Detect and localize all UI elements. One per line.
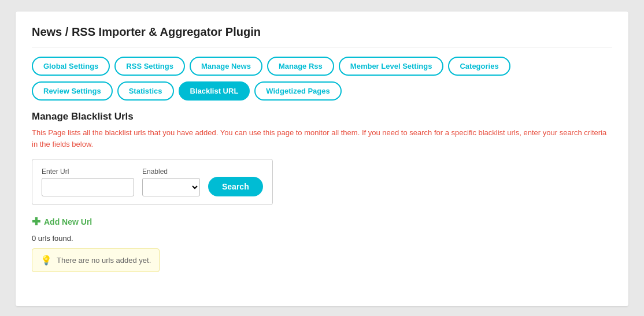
bulb-icon: 💡 bbox=[40, 255, 52, 266]
tab-member-level-settings[interactable]: Member Level Settings bbox=[339, 57, 444, 76]
divider bbox=[32, 47, 612, 47]
search-button[interactable]: Search bbox=[208, 177, 263, 196]
tabs-row-1: Global SettingsRSS SettingsManage NewsMa… bbox=[32, 57, 612, 76]
tab-manage-news[interactable]: Manage News bbox=[190, 57, 262, 76]
page-title: News / RSS Importer & Aggregator Plugin bbox=[32, 25, 612, 39]
tabs-row-2: Review SettingsStatisticsBlacklist URLWi… bbox=[32, 81, 612, 101]
tab-global-settings[interactable]: Global Settings bbox=[32, 57, 110, 76]
tab-rss-settings[interactable]: RSS Settings bbox=[114, 57, 185, 76]
tab-categories[interactable]: Categories bbox=[448, 57, 510, 76]
search-box: Enter Url Enabled Yes No Search bbox=[32, 159, 273, 205]
tab-widgetized-pages[interactable]: Widgetized Pages bbox=[254, 81, 341, 101]
enabled-label: Enabled bbox=[142, 168, 200, 176]
add-url-label: Add New Url bbox=[44, 217, 92, 226]
add-url-link[interactable]: ✚ Add New Url bbox=[32, 215, 612, 228]
tab-review-settings[interactable]: Review Settings bbox=[32, 81, 113, 101]
url-label: Enter Url bbox=[42, 168, 134, 176]
main-card: News / RSS Importer & Aggregator Plugin … bbox=[16, 12, 628, 306]
tab-blacklist-url[interactable]: Blacklist URL bbox=[179, 81, 250, 101]
tab-manage-rss[interactable]: Manage Rss bbox=[267, 57, 334, 76]
url-input[interactable] bbox=[42, 178, 134, 196]
enabled-select[interactable]: Yes No bbox=[142, 178, 200, 196]
no-urls-message: 💡 There are no urls added yet. bbox=[32, 248, 160, 272]
url-field-group: Enter Url bbox=[42, 168, 134, 196]
add-icon: ✚ bbox=[32, 215, 40, 228]
section-description: This Page lists all the blacklist urls t… bbox=[32, 127, 612, 150]
empty-message-text: There are no urls added yet. bbox=[57, 256, 151, 265]
section-title: Manage Blacklist Urls bbox=[32, 111, 612, 122]
enabled-field-group: Enabled Yes No bbox=[142, 168, 200, 196]
urls-count: 0 urls found. bbox=[32, 234, 612, 243]
tab-statistics[interactable]: Statistics bbox=[117, 81, 174, 101]
